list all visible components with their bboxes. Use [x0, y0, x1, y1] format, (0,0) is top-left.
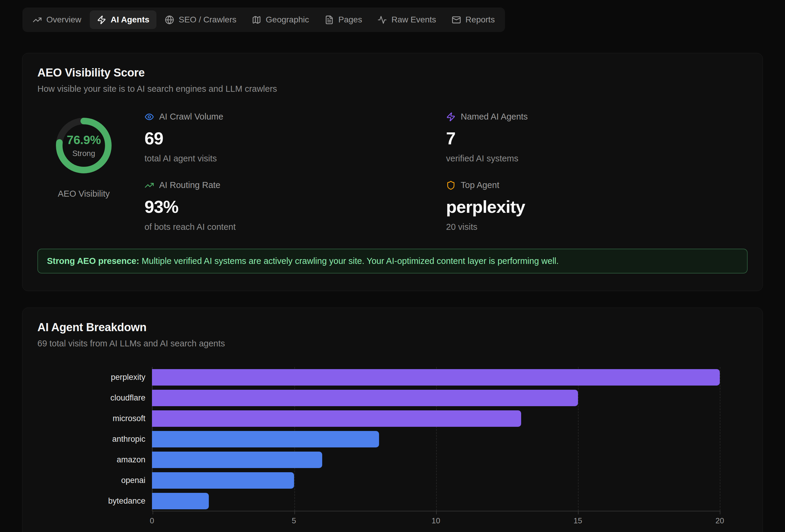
bar-label: anthropic — [37, 434, 152, 444]
zap-icon — [446, 112, 456, 122]
zap-icon — [97, 15, 106, 25]
x-tick-label-20: 20 — [716, 516, 724, 526]
stat-caption: of bots reach AI content — [145, 222, 446, 232]
stat-header: AI Crawl Volume — [145, 112, 446, 122]
chart-row-cloudflare: cloudflare — [37, 388, 748, 408]
bar-openai — [152, 472, 294, 489]
chart-row-perplexity: perplexity — [37, 367, 748, 388]
tab-label: Overview — [46, 15, 81, 25]
map-icon — [252, 15, 261, 25]
stat-ai-routing-rate: AI Routing Rate93%of bots reach AI conte… — [145, 180, 446, 232]
bar-label: perplexity — [37, 373, 152, 382]
visibility-content-row: 76.9% Strong AEO Visibility AI Crawl Vol… — [37, 111, 748, 232]
chart-row-openai: openai — [37, 470, 748, 491]
tab-pages[interactable]: Pages — [318, 10, 369, 29]
tab-label: Geographic — [265, 15, 309, 25]
bar-microsoft — [152, 410, 521, 427]
gauge-percent-value: 76.9% — [67, 133, 101, 147]
tab-overview[interactable]: Overview — [25, 10, 88, 29]
bar-label: cloudflare — [37, 393, 152, 403]
bar-perplexity — [152, 369, 720, 385]
bar-cloudflare — [152, 390, 578, 406]
stat-label: Named AI Agents — [461, 112, 528, 122]
tab-reports[interactable]: Reports — [445, 10, 502, 29]
stat-caption: total AI agent visits — [145, 154, 446, 163]
gauge-strength-label: Strong — [72, 149, 96, 158]
chart-row-bytedance: bytedance — [37, 491, 748, 511]
breakdown-card-subtitle: 69 total visits from AI LLMs and AI sear… — [37, 339, 748, 348]
stat-label: AI Routing Rate — [159, 180, 221, 190]
tab-label: Pages — [338, 15, 362, 25]
tab-raw-events[interactable]: Raw Events — [370, 10, 443, 29]
gauge-center-text: 76.9% Strong — [49, 111, 118, 180]
x-tick-label-10: 10 — [432, 516, 440, 526]
bar-track — [152, 390, 720, 406]
bar-track — [152, 431, 720, 447]
bar-label: bytedance — [37, 497, 152, 506]
aeo-gauge-ring: 76.9% Strong — [49, 111, 118, 180]
alert-text: Multiple verified AI systems are activel… — [139, 256, 559, 266]
stat-caption: 20 visits — [446, 222, 748, 232]
x-tick-label-15: 15 — [574, 516, 582, 526]
bar-track — [152, 452, 720, 468]
x-tick-label-5: 5 — [292, 516, 296, 526]
stat-header: AI Routing Rate — [145, 180, 446, 190]
chart-row-microsoft: microsoft — [37, 408, 748, 429]
bar-label: microsoft — [37, 414, 152, 423]
chart-row-amazon: amazon — [37, 450, 748, 470]
bar-amazon — [152, 452, 322, 468]
top-nav: OverviewAI AgentsSEO / CrawlersGeographi… — [22, 7, 505, 32]
bar-track — [152, 410, 720, 427]
aeo-presence-alert: Strong AEO presence: Multiple verified A… — [37, 249, 748, 273]
bar-track — [152, 472, 720, 489]
chart-x-axis: 05101520 — [152, 511, 720, 525]
aeo-gauge: 76.9% Strong AEO Visibility — [37, 111, 130, 232]
stat-caption: verified AI systems — [446, 154, 748, 163]
bar-anthropic — [152, 431, 379, 447]
stat-named-ai-agents: Named AI Agents7verified AI systems — [446, 112, 748, 163]
tab-label: Reports — [465, 15, 495, 25]
breakdown-card-title: AI Agent Breakdown — [37, 321, 748, 334]
stat-value: perplexity — [446, 197, 748, 217]
file-text-icon — [325, 15, 334, 25]
tab-ai-agents[interactable]: AI Agents — [90, 10, 157, 29]
stat-value: 93% — [145, 197, 446, 217]
alert-bold-text: Strong AEO presence: — [47, 256, 139, 266]
bar-label: amazon — [37, 455, 152, 464]
stat-label: Top Agent — [461, 180, 499, 190]
agent-breakdown-card: AI Agent Breakdown 69 total visits from … — [22, 308, 763, 532]
mail-icon — [452, 15, 461, 25]
visibility-card-title: AEO Visibility Score — [37, 66, 748, 79]
globe-icon — [165, 15, 174, 25]
bar-track — [152, 369, 720, 385]
tab-label: AI Agents — [111, 15, 150, 25]
trending-up-icon — [145, 181, 154, 190]
activity-icon — [378, 15, 387, 25]
tab-geographic[interactable]: Geographic — [245, 10, 316, 29]
stat-label: AI Crawl Volume — [159, 112, 223, 122]
bar-track — [152, 493, 720, 509]
stat-top-agent: Top Agentperplexity20 visits — [446, 180, 748, 232]
bar-bytedance — [152, 493, 209, 509]
bar-label: openai — [37, 476, 152, 485]
shield-icon — [446, 181, 456, 190]
x-tick-label-0: 0 — [150, 516, 154, 526]
chart-row-anthropic: anthropic — [37, 429, 748, 450]
stat-ai-crawl-volume: AI Crawl Volume69total AI agent visits — [145, 112, 446, 163]
aeo-visibility-card: AEO Visibility Score How visible your si… — [22, 53, 763, 291]
stat-header: Named AI Agents — [446, 112, 748, 122]
tab-label: SEO / Crawlers — [179, 15, 236, 25]
visibility-stats-grid: AI Crawl Volume69total AI agent visitsNa… — [145, 112, 748, 232]
stat-value: 69 — [145, 128, 446, 148]
gauge-caption: AEO Visibility — [58, 189, 110, 199]
eye-icon — [145, 112, 154, 122]
tab-seo-crawlers[interactable]: SEO / Crawlers — [158, 10, 244, 29]
agent-bar-chart: perplexitycloudflaremicrosoftanthropicam… — [37, 367, 748, 525]
visibility-card-subtitle: How visible your site is to AI search en… — [37, 84, 748, 94]
stat-header: Top Agent — [446, 180, 748, 190]
stat-value: 7 — [446, 128, 748, 148]
tab-label: Raw Events — [391, 15, 436, 25]
trending-up-icon — [33, 15, 42, 25]
